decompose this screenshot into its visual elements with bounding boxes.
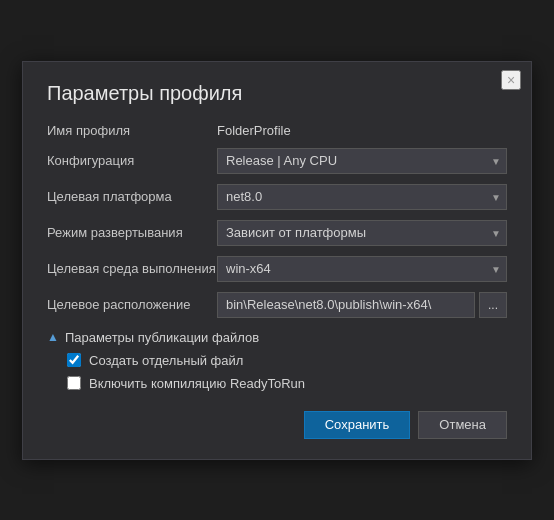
checkbox-single-file[interactable]	[67, 353, 81, 367]
close-button[interactable]: ×	[501, 70, 521, 90]
target-location-label: Целевое расположение	[47, 297, 217, 312]
deployment-mode-dropdown[interactable]: Зависит от платформы Автономный	[217, 220, 507, 246]
dialog-title: Параметры профиля	[47, 82, 507, 105]
cancel-button[interactable]: Отмена	[418, 411, 507, 439]
target-location-row: Целевое расположение ...	[47, 292, 507, 318]
target-runtime-dropdown-wrap: win-x64 win-x86 linux-x64 ▼	[217, 256, 507, 282]
browse-button[interactable]: ...	[479, 292, 507, 318]
profile-parameters-dialog: × Параметры профиля Имя профиля FolderPr…	[22, 61, 532, 460]
target-location-input[interactable]	[217, 292, 475, 318]
deployment-mode-dropdown-wrap: Зависит от платформы Автономный ▼	[217, 220, 507, 246]
publish-settings-section-header[interactable]: ▲ Параметры публикации файлов	[47, 330, 507, 345]
profile-name-row: Имя профиля FolderProfile	[47, 123, 507, 138]
target-platform-dropdown-wrap: net8.0 net7.0 net6.0 ▼	[217, 184, 507, 210]
checkbox-single-file-row: Создать отдельный файл	[67, 353, 507, 368]
target-platform-label: Целевая платформа	[47, 189, 217, 204]
configuration-row: Конфигурация Release | Any CPU Debug | A…	[47, 148, 507, 174]
target-runtime-dropdown[interactable]: win-x64 win-x86 linux-x64	[217, 256, 507, 282]
profile-name-label: Имя профиля	[47, 123, 217, 138]
profile-name-value: FolderProfile	[217, 123, 291, 138]
configuration-label: Конфигурация	[47, 153, 217, 168]
deployment-mode-label: Режим развертывания	[47, 225, 217, 240]
target-platform-row: Целевая платформа net8.0 net7.0 net6.0 ▼	[47, 184, 507, 210]
section-header-label: Параметры публикации файлов	[65, 330, 259, 345]
target-runtime-label: Целевая среда выполнения	[47, 261, 217, 276]
save-button[interactable]: Сохранить	[304, 411, 411, 439]
checkbox-single-file-label[interactable]: Создать отдельный файл	[89, 353, 243, 368]
configuration-dropdown-wrap: Release | Any CPU Debug | Any CPU ▼	[217, 148, 507, 174]
checkbox-readytorun-label[interactable]: Включить компиляцию ReadyToRun	[89, 376, 305, 391]
section-expand-icon: ▲	[47, 330, 59, 344]
configuration-dropdown[interactable]: Release | Any CPU Debug | Any CPU	[217, 148, 507, 174]
checkbox-readytorun-row: Включить компиляцию ReadyToRun	[67, 376, 507, 391]
deployment-mode-row: Режим развертывания Зависит от платформы…	[47, 220, 507, 246]
target-runtime-row: Целевая среда выполнения win-x64 win-x86…	[47, 256, 507, 282]
checkbox-readytorun[interactable]	[67, 376, 81, 390]
target-platform-dropdown[interactable]: net8.0 net7.0 net6.0	[217, 184, 507, 210]
dialog-footer: Сохранить Отмена	[47, 411, 507, 439]
